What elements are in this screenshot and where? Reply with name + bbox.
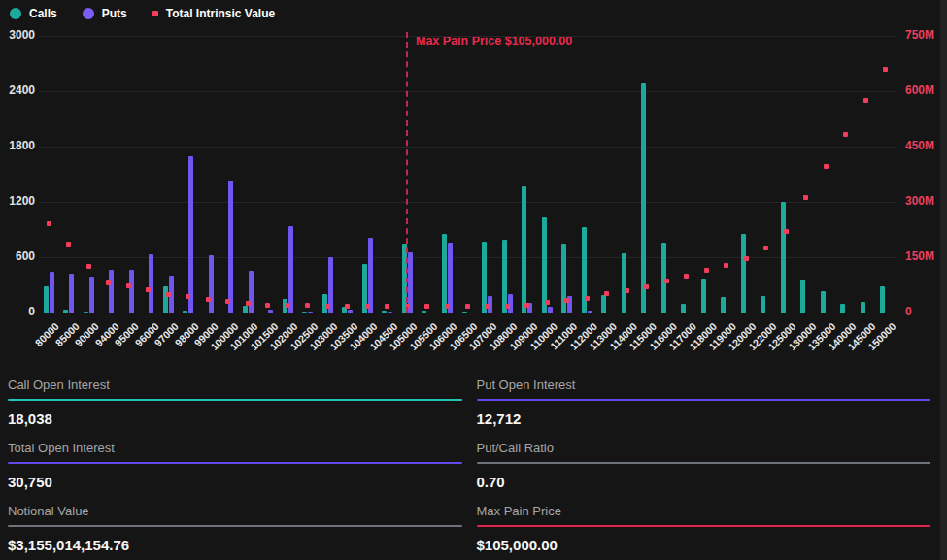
intrinsic-value-dot[interactable]	[146, 287, 151, 292]
intrinsic-value-dot[interactable]	[704, 268, 709, 273]
intrinsic-value-dot[interactable]	[106, 280, 111, 285]
put-bar[interactable]	[308, 312, 313, 313]
intrinsic-value-dot[interactable]	[724, 263, 728, 268]
call-bar[interactable]	[422, 311, 426, 313]
call-bar[interactable]	[84, 312, 88, 313]
put-bar[interactable]	[228, 181, 233, 313]
intrinsic-value-dot[interactable]	[824, 164, 829, 169]
intrinsic-value-dot[interactable]	[863, 98, 868, 103]
call-bar[interactable]	[462, 312, 467, 313]
intrinsic-value-dot[interactable]	[424, 304, 429, 309]
intrinsic-value-dot[interactable]	[505, 304, 510, 309]
put-bar[interactable]	[89, 277, 94, 313]
intrinsic-value-dot[interactable]	[604, 291, 609, 296]
intrinsic-value-dot[interactable]	[545, 300, 550, 305]
call-bar[interactable]	[542, 217, 547, 313]
call-bar[interactable]	[840, 304, 845, 313]
intrinsic-value-dot[interactable]	[664, 279, 669, 283]
gridline	[39, 36, 896, 37]
intrinsic-value-dot[interactable]	[286, 303, 290, 308]
call-bar[interactable]	[442, 234, 447, 313]
call-bar[interactable]	[800, 280, 805, 313]
intrinsic-value-dot[interactable]	[305, 303, 310, 308]
options-open-interest-chart: Max Pain Price $105,000.00 00600150M1200…	[0, 0, 947, 369]
put-bar[interactable]	[288, 226, 293, 313]
put-bar[interactable]	[209, 255, 214, 313]
put-bar[interactable]	[149, 254, 153, 313]
put-bar[interactable]	[268, 310, 273, 313]
put-bar[interactable]	[129, 270, 134, 313]
intrinsic-value-dot[interactable]	[325, 304, 330, 309]
call-bar[interactable]	[741, 234, 746, 313]
max-pain-line	[406, 32, 408, 313]
intrinsic-value-dot[interactable]	[66, 242, 71, 247]
intrinsic-value-dot[interactable]	[585, 296, 590, 301]
call-bar[interactable]	[601, 295, 606, 313]
call-bar[interactable]	[761, 296, 765, 313]
put-bar[interactable]	[50, 272, 54, 313]
stat-underline	[477, 399, 931, 401]
intrinsic-value-dot[interactable]	[186, 294, 190, 299]
scrollbar-track[interactable]	[940, 0, 947, 560]
call-bar[interactable]	[502, 240, 507, 313]
intrinsic-value-dot[interactable]	[385, 304, 389, 309]
put-bar[interactable]	[188, 156, 193, 313]
intrinsic-value-dot[interactable]	[47, 221, 51, 226]
call-bar[interactable]	[302, 312, 307, 313]
put-bar[interactable]	[448, 243, 453, 313]
intrinsic-value-dot[interactable]	[445, 304, 450, 309]
intrinsic-value-dot[interactable]	[564, 298, 569, 303]
intrinsic-value-dot[interactable]	[524, 303, 529, 308]
call-bar[interactable]	[701, 279, 706, 313]
intrinsic-value-dot[interactable]	[763, 246, 768, 250]
intrinsic-value-dot[interactable]	[744, 256, 749, 261]
put-bar[interactable]	[348, 310, 353, 313]
call-bar[interactable]	[721, 297, 726, 313]
intrinsic-value-dot[interactable]	[345, 304, 350, 309]
intrinsic-value-dot[interactable]	[225, 299, 230, 304]
intrinsic-value-dot[interactable]	[465, 304, 470, 309]
put-bar[interactable]	[249, 271, 254, 313]
put-bar[interactable]	[109, 270, 114, 313]
right-axis-tick: 450M	[905, 139, 934, 152]
intrinsic-value-dot[interactable]	[246, 301, 251, 306]
call-bar[interactable]	[781, 202, 786, 313]
intrinsic-value-dot[interactable]	[644, 284, 649, 289]
call-bar[interactable]	[681, 304, 686, 313]
call-bar[interactable]	[522, 186, 526, 313]
intrinsic-value-dot[interactable]	[784, 229, 789, 234]
intrinsic-value-dot[interactable]	[684, 274, 689, 279]
intrinsic-value-dot[interactable]	[485, 304, 490, 309]
call-bar[interactable]	[880, 286, 885, 313]
intrinsic-value-dot[interactable]	[883, 67, 888, 72]
call-bar[interactable]	[44, 286, 49, 313]
put-bar[interactable]	[69, 274, 74, 313]
intrinsic-value-dot[interactable]	[803, 195, 808, 200]
intrinsic-value-dot[interactable]	[126, 283, 131, 288]
put-bar[interactable]	[548, 307, 553, 313]
call-bar[interactable]	[661, 243, 666, 313]
stat-label: Notional Value	[8, 504, 462, 518]
call-bar[interactable]	[861, 302, 865, 313]
call-bar[interactable]	[243, 306, 248, 313]
call-bar[interactable]	[63, 310, 68, 313]
intrinsic-value-dot[interactable]	[206, 297, 211, 302]
intrinsic-value-dot[interactable]	[166, 292, 171, 297]
put-bar[interactable]	[368, 238, 373, 313]
intrinsic-value-dot[interactable]	[843, 132, 848, 137]
call-bar[interactable]	[163, 286, 168, 313]
intrinsic-value-dot[interactable]	[365, 304, 370, 309]
call-bar[interactable]	[622, 253, 626, 313]
call-bar[interactable]	[183, 311, 187, 313]
call-bar[interactable]	[821, 291, 826, 313]
intrinsic-value-dot[interactable]	[265, 303, 270, 308]
intrinsic-value-dot[interactable]	[86, 264, 91, 269]
right-axis-tick: 750M	[905, 28, 934, 42]
left-axis-tick: 2400	[0, 83, 35, 97]
call-bar[interactable]	[482, 242, 487, 313]
call-bar[interactable]	[641, 83, 646, 313]
intrinsic-value-dot[interactable]	[625, 288, 629, 293]
put-bar[interactable]	[588, 311, 592, 313]
call-bar[interactable]	[382, 311, 387, 313]
put-bar[interactable]	[388, 312, 392, 313]
